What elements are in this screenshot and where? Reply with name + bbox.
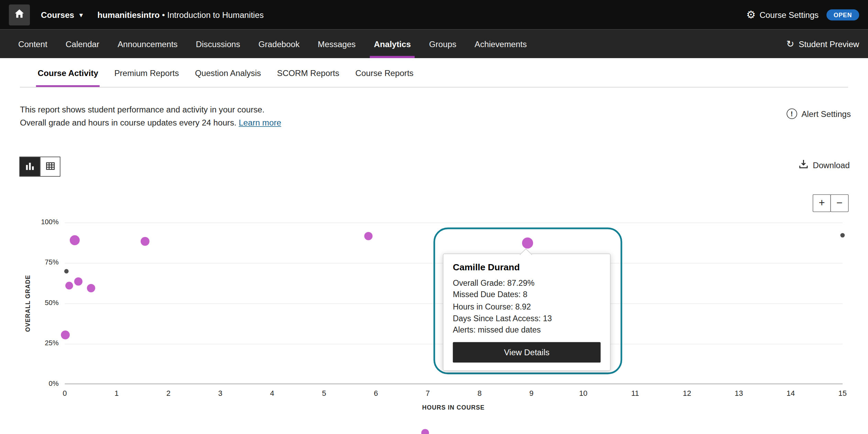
download-button[interactable]: Download (799, 159, 850, 171)
student-preview-button[interactable]: ↻ Student Preview (786, 29, 859, 58)
x-tick-label: 2 (158, 389, 180, 398)
selected-data-point[interactable] (522, 238, 533, 249)
x-tick-label: 5 (313, 389, 335, 398)
zoom-controls: + − (813, 194, 849, 212)
tab-content[interactable]: Content (17, 29, 48, 58)
analytics-page: Courses ▼ humanitiesintro • Introduction… (0, 0, 868, 434)
data-point[interactable] (64, 269, 68, 273)
data-point[interactable] (61, 330, 70, 339)
table-icon (45, 161, 55, 173)
tooltip-overall-grade: Overall Grade: 87.29% (453, 277, 601, 289)
tab-calendar[interactable]: Calendar (65, 29, 100, 58)
tab-messages[interactable]: Messages (317, 29, 357, 58)
tab-announcements[interactable]: Announcements (117, 29, 179, 58)
x-tick-label: 10 (572, 389, 594, 398)
course-breadcrumb: humanitiesintro • Introduction to Humani… (97, 10, 264, 19)
zoom-out-button[interactable]: − (831, 194, 849, 212)
x-tick-label: 0 (54, 389, 76, 398)
student-tooltip: Camille Durand Overall Grade: 87.29% Mis… (443, 253, 611, 371)
course-open-badge: OPEN (826, 9, 859, 20)
chevron-down-icon: ▼ (78, 11, 84, 18)
top-bar: Courses ▼ humanitiesintro • Introduction… (0, 0, 868, 29)
alert-icon: ! (786, 109, 797, 119)
x-tick-label: 7 (417, 389, 439, 398)
course-title: Introduction to Humanities (167, 10, 264, 19)
courses-menu-label: Courses (41, 10, 74, 19)
x-tick-label: 15 (832, 389, 854, 398)
subtab-course-reports[interactable]: Course Reports (355, 58, 414, 87)
x-tick-label: 3 (209, 389, 231, 398)
course-settings-label: Course Settings (760, 10, 819, 19)
x-tick-label: 14 (780, 389, 802, 398)
zoom-in-button[interactable]: + (813, 194, 831, 212)
view-toggle (19, 157, 60, 177)
tab-analytics[interactable]: Analytics (373, 29, 412, 58)
home-icon (14, 8, 25, 21)
x-tick-label: 12 (676, 389, 698, 398)
download-label: Download (813, 160, 849, 170)
data-point[interactable] (66, 282, 74, 290)
alert-settings-button[interactable]: ! Alert Settings (786, 109, 851, 119)
subtab-question-analysis[interactable]: Question Analysis (194, 58, 261, 87)
course-id: humanitiesintro (97, 10, 160, 19)
gear-icon: ⚙ (746, 9, 756, 20)
tab-groups[interactable]: Groups (428, 29, 458, 58)
y-tick-label: 50% (22, 299, 58, 307)
tab-gradebook[interactable]: Gradebook (257, 29, 301, 58)
tooltip-days-since-access: Days Since Last Access: 13 (453, 313, 601, 324)
analytics-subnav: Course Activity Premium Reports Question… (20, 58, 848, 87)
tooltip-student-name: Camille Durand (453, 262, 601, 272)
y-tick-label: 75% (22, 259, 58, 267)
breadcrumb-separator: • (162, 10, 165, 19)
report-description: This report shows student performance an… (20, 103, 281, 129)
tooltip-hours-in-course: Hours in Course: 8.92 (453, 301, 601, 313)
x-tick-label: 4 (261, 389, 283, 398)
data-point[interactable] (141, 237, 150, 246)
gridline (65, 223, 843, 223)
tooltip-alerts: Alerts: missed due dates (453, 325, 601, 336)
data-point[interactable] (365, 232, 373, 240)
tooltip-missed-due-dates: Missed Due Dates: 8 (453, 289, 601, 301)
home-button[interactable] (9, 4, 30, 25)
x-tick-label: 9 (520, 389, 542, 398)
view-details-button[interactable]: View Details (453, 343, 601, 363)
x-tick-label: 6 (365, 389, 387, 398)
x-axis-label: HOURS IN COURSE (422, 404, 485, 411)
data-point[interactable] (87, 284, 95, 292)
x-tick-label: 8 (468, 389, 490, 398)
x-tick-label: 11 (624, 389, 646, 398)
x-tick-label: 1 (106, 389, 128, 398)
y-tick-label: 100% (22, 218, 58, 226)
data-point[interactable] (69, 235, 79, 245)
alert-settings-label: Alert Settings (801, 109, 851, 118)
chart-view-button[interactable] (20, 157, 40, 176)
tab-achievements[interactable]: Achievements (474, 29, 528, 58)
app-window: Courses ▼ humanitiesintro • Introduction… (0, 0, 868, 434)
x-axis: 0123456789101112131415 (65, 389, 843, 400)
y-axis: 0%25%50%75%100% (22, 223, 58, 384)
data-point[interactable] (840, 233, 845, 238)
learn-more-link[interactable]: Learn more (239, 118, 281, 127)
data-point[interactable] (421, 429, 429, 434)
course-nav: Content Calendar Announcements Discussio… (0, 29, 868, 58)
x-tick-label: 13 (728, 389, 750, 398)
student-preview-label: Student Preview (799, 39, 859, 48)
subtab-course-activity[interactable]: Course Activity (37, 58, 99, 87)
courses-menu-button[interactable]: Courses ▼ (41, 10, 84, 19)
subtab-premium-reports[interactable]: Premium Reports (114, 58, 180, 87)
y-tick-label: 25% (22, 339, 58, 347)
refresh-icon: ↻ (786, 39, 794, 48)
download-icon (799, 159, 809, 171)
course-settings-button[interactable]: ⚙ Course Settings (746, 9, 819, 20)
table-view-button[interactable] (40, 157, 60, 176)
tab-discussions[interactable]: Discussions (195, 29, 241, 58)
report-description-line1: This report shows student performance an… (20, 103, 281, 116)
subtab-scorm-reports[interactable]: SCORM Reports (276, 58, 340, 87)
data-point[interactable] (74, 278, 82, 286)
report-description-line2: Overall grade and hours in course update… (20, 116, 281, 130)
bar-chart-icon (25, 161, 35, 173)
y-tick-label: 0% (22, 380, 58, 388)
